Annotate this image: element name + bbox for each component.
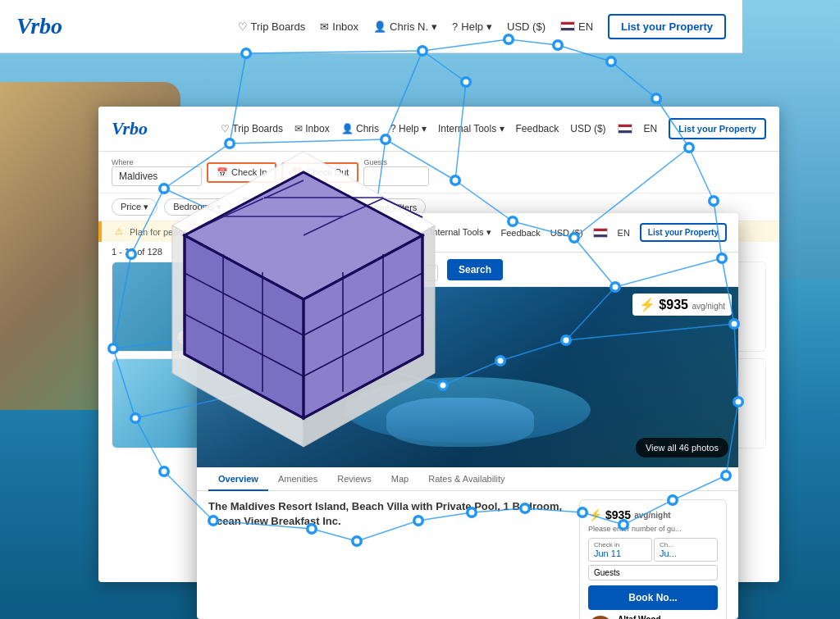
inbox-sp[interactable]: ✉ Inbox (294, 123, 330, 134)
vrbo-logo-main: Vrbo (16, 13, 62, 39)
feedback-sp[interactable]: Feedback (516, 123, 559, 134)
user-pd[interactable]: 👤 s N. ▾ (340, 227, 377, 238)
help-sp[interactable]: ? Help ▾ (390, 123, 427, 134)
help-pd[interactable]: ? Help ▾ (386, 227, 420, 238)
detail-panel-header: Vrb ✉ Inbox 👤 s N. ▾ ? Help ▾ Internal T… (197, 213, 738, 253)
booking-form: ⚡ $935 avg/night Please enter number of … (579, 499, 727, 619)
tab-map[interactable]: Map (381, 467, 418, 490)
checkout-group-pd: Check Out (364, 257, 438, 281)
book-now-btn[interactable]: Book No... (588, 585, 718, 610)
checkout-btn-sp[interactable]: 📅 Check Out (281, 162, 358, 183)
search-panel-logo: Vrbo (112, 118, 148, 139)
where-label-sp: Where (112, 158, 202, 166)
hero-price: $935 (659, 298, 688, 312)
where-input-sp[interactable] (112, 166, 202, 186)
flag-icon (560, 21, 575, 31)
tab-reviews[interactable]: Reviews (327, 467, 381, 490)
calendar-icon-checkout: 📅 (291, 167, 303, 178)
booking-price: ⚡ $935 avg/night (588, 508, 718, 521)
price-overlay-pd: ⚡ $935 avg/night (632, 294, 732, 316)
hero-price-suffix: avg/night (692, 302, 725, 311)
search-btn-pd[interactable]: Search (447, 259, 503, 280)
where-label-pd: Where (208, 257, 282, 265)
tab-overview[interactable]: Overview (208, 467, 268, 490)
checkin-btn-sp[interactable]: 📅 Check In (207, 162, 276, 183)
help-nav[interactable]: ? Help ▾ (452, 20, 492, 33)
lightning-icon-pd: ⚡ (639, 298, 655, 312)
internal-tools-sp[interactable]: Internal Tools ▾ (438, 123, 504, 134)
flag-icon-pd (593, 228, 608, 238)
main-header: Vrbo ♡ Trip Boards ✉ Inbox 👤 Chris N. ▾ … (0, 0, 742, 53)
guests-btn[interactable]: Guests (588, 565, 718, 580)
hero-image-pd: ⚡ $935 avg/night View all 46 photos (197, 287, 738, 467)
checkin-label-pd: Check In (286, 257, 360, 265)
currency-nav[interactable]: USD ($) (507, 20, 546, 33)
where-group-sp: Where (112, 158, 202, 186)
booking-price-amount: $935 (605, 508, 631, 521)
flag-icon-sp (618, 124, 632, 134)
checkin-date-btn[interactable]: Check in Jun 11 (588, 538, 652, 562)
calendar-icon-checkin: 📅 (217, 167, 228, 178)
detail-tabs: Overview Amenities Reviews Map Rates & A… (197, 467, 738, 491)
where-group-pd: Where (208, 257, 282, 281)
lightning-icon-booking: ⚡ (588, 508, 602, 521)
host-avatar (588, 616, 613, 619)
tab-amenities[interactable]: Amenities (268, 467, 327, 490)
checkout-label-pd: Check Out (364, 257, 438, 265)
heart-icon: ♡ (238, 20, 248, 33)
list-property-btn-sp[interactable]: List your Property (669, 118, 766, 139)
detail-panel-logo: Vrb (208, 224, 231, 241)
price-filter[interactable]: Price ▾ (112, 198, 158, 216)
search-bar-sp: Where 📅 Check In 📅 Check Out Guests (98, 152, 779, 193)
tab-rates[interactable]: Rates & Availability (418, 467, 514, 490)
title-left-pd: The Maldives Resort Island, Beach Villa … (208, 499, 571, 619)
feedback-pd[interactable]: Feedback (501, 228, 541, 238)
warning-icon: ⚠ (115, 226, 123, 237)
list-property-btn-pd[interactable]: List your Property (640, 223, 727, 242)
chevron-down-icon-help: ▾ (486, 20, 492, 33)
checkin-date-label: Check in (594, 541, 646, 548)
currency-pd[interactable]: USD ($) (550, 228, 583, 238)
search-panel-nav: ♡ Trip Boards ✉ Inbox 👤 Chris ? Help ▾ I… (221, 118, 766, 139)
host-name: Altaf Wood (618, 615, 693, 619)
booking-widget: ⚡ $935 avg/night Please enter number of … (579, 499, 727, 619)
detail-panel-nav: ✉ Inbox 👤 s N. ▾ ? Help ▾ Internal Tools… (298, 223, 727, 242)
user-sp[interactable]: 👤 Chris (341, 123, 379, 134)
checkin-input-pd[interactable] (286, 265, 360, 281)
user-nav[interactable]: 👤 Chris N. ▾ (373, 20, 437, 33)
currency-sp[interactable]: USD ($) (570, 123, 605, 134)
inbox-icon: ✉ (320, 20, 329, 33)
trip-boards-sp[interactable]: ♡ Trip Boards (221, 123, 283, 134)
island-visual (386, 398, 534, 447)
help-icon: ? (452, 20, 458, 33)
checkout-input-pd[interactable] (364, 265, 438, 281)
guests-input-sp[interactable] (363, 166, 429, 186)
checkout-date-value: Ju... (660, 548, 712, 558)
language-nav[interactable]: EN (560, 20, 593, 33)
booking-price-suffix: avg/night (634, 511, 670, 520)
heart-saved-icon: ♥ (184, 333, 189, 342)
view-photos-btn[interactable]: View all 46 photos (636, 438, 728, 457)
checkout-date-btn[interactable]: Ch... Ju... (654, 538, 718, 562)
booking-note: Please enter number of gu... (588, 525, 718, 533)
checkout-date-label: Ch... (660, 541, 712, 548)
guests-label-sp: Guests (363, 158, 429, 166)
host-info: Altaf Wood Ask Manager a Ques... Propert… (618, 615, 693, 619)
inbox-pd[interactable]: ✉ Inbox (298, 227, 330, 238)
guests-group-sp: Guests (363, 158, 429, 186)
user-icon: 👤 (373, 20, 386, 33)
trip-boards-nav[interactable]: ♡ Trip Boards (238, 20, 306, 33)
where-input-pd[interactable] (208, 265, 282, 281)
checkin-group-pd: Check In (286, 257, 360, 281)
search-panel-header: Vrbo ♡ Trip Boards ✉ Inbox 👤 Chris ? Hel… (98, 107, 779, 152)
chevron-down-icon: ▾ (431, 20, 437, 33)
internal-tools-pd[interactable]: Internal Tools ▾ (430, 227, 491, 238)
host-section: Altaf Wood Ask Manager a Ques... Propert… (588, 615, 718, 619)
booking-dates: Check in Jun 11 Ch... Ju... (588, 538, 718, 562)
property-detail-panel: Vrb ✉ Inbox 👤 s N. ▾ ? Help ▾ Internal T… (197, 213, 738, 619)
list-property-btn-main[interactable]: List your Property (608, 14, 726, 39)
lang-pd: EN (618, 228, 630, 238)
checkin-date-value: Jun 11 (594, 548, 646, 558)
search-bar-pd: Where Check In Check Out Search (197, 253, 738, 287)
inbox-nav[interactable]: ✉ Inbox (320, 20, 358, 33)
